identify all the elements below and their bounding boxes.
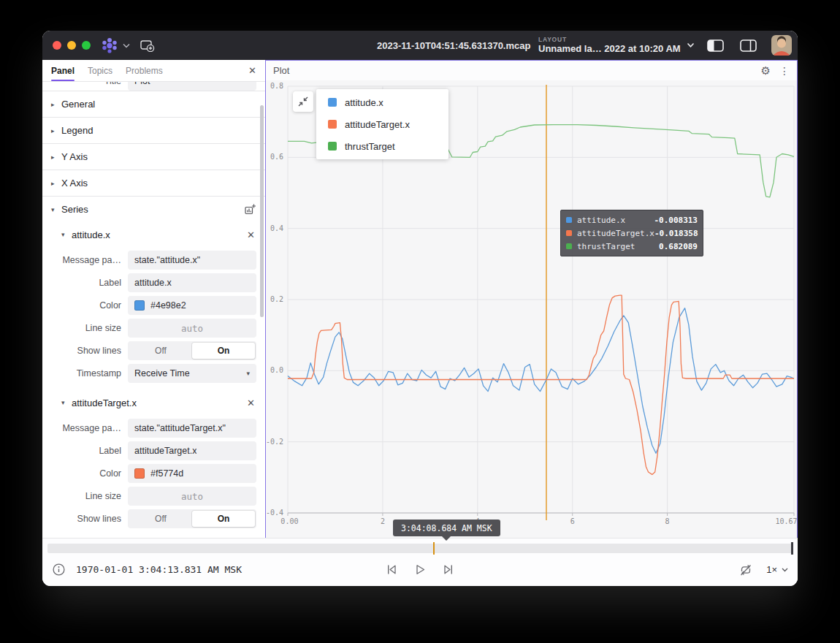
timestamp-select[interactable]: Receive Time ▾ [128,364,256,383]
chevron-down-icon [782,568,788,572]
legend-item[interactable]: attitude.x [316,91,448,113]
chevron-down-icon: ▾ [246,370,250,377]
section-x-axis[interactable]: ▸ X Axis [42,170,265,196]
show-lines-label: Show lines [42,514,128,524]
tooltip-row: attitudeTarget.x-0.018358 [566,227,698,240]
chevron-down-icon: ▾ [61,399,72,406]
tooltip-row: attitude.x-0.008313 [566,213,698,227]
sidebar-scrollbar[interactable] [260,105,264,317]
line-size-input[interactable]: auto [128,487,256,506]
play-button[interactable] [413,563,427,577]
chevron-right-icon: ▸ [51,101,61,108]
data-source-info-button[interactable] [52,563,66,577]
line-size-label: Line size [42,491,128,501]
chevron-right-icon: ▸ [51,127,61,134]
panel-settings-gear-icon[interactable]: ⚙ [761,64,771,77]
color-swatch[interactable] [134,300,145,311]
timestamp-label: Timestamp [42,368,128,378]
series-header-attitude-x[interactable]: ▾ attitude.x ✕ [42,222,265,247]
y-axis-labels: 0.80.60.40.20.0-0.2-0.4 [266,86,286,513]
hover-time-text: 3:04:08.684 AM MSK [401,523,492,533]
line-size-input[interactable]: auto [128,319,256,338]
hover-data-tooltip: attitude.x-0.008313attitudeTarget.x-0.01… [560,210,703,256]
add-panel-button[interactable] [140,39,155,52]
plot-panel-title: Plot [273,65,289,76]
series-header-attitude-target-x[interactable]: ▾ attitudeTarget.x ✕ [42,390,265,415]
close-window-button[interactable] [53,41,61,50]
panel-menu-kebab-icon[interactable]: ⋮ [779,65,790,77]
show-lines-off[interactable]: Off [129,511,192,527]
close-sidebar-icon[interactable]: ✕ [248,65,256,76]
label-input[interactable]: attitudeTarget.x [128,441,256,460]
tooltip-swatch [566,243,572,249]
legend-swatch [328,120,337,129]
color-label: Color [42,468,128,479]
chevron-down-icon [123,43,130,48]
app-menu-button[interactable] [101,37,130,53]
color-swatch[interactable] [134,468,145,479]
add-series-icon [244,203,256,216]
plot-panel[interactable]: Plot ⚙ ⋮ 0.80.60.40.20.0-0.2-0.4 0.00246… [265,60,798,539]
tooltip-swatch [566,217,572,223]
loop-off-icon [738,563,753,577]
legend-item[interactable]: attitudeTarget.x [316,113,448,135]
add-panel-icon [140,39,155,52]
color-input[interactable]: #f5774d [128,464,256,483]
add-series-button[interactable] [244,203,256,216]
seek-backward-button[interactable] [385,563,399,577]
layout-selector[interactable]: LAYOUT Unnamed la… 2022 at 10:20 AM [538,37,695,54]
plot-panel-header: Plot ⚙ ⋮ [266,61,797,80]
section-general[interactable]: ▸ General [42,91,265,117]
tab-topics[interactable]: Topics [88,60,112,81]
collapse-legend-button[interactable] [293,91,313,112]
loop-playback-button[interactable] [738,563,753,577]
line-size-label: Line size [42,323,128,333]
remove-series-icon[interactable]: ✕ [247,229,255,240]
plot-legend[interactable]: attitude.xattitudeTarget.xthrustTarget [316,89,448,159]
timeline-scrubber[interactable] [47,544,793,553]
section-y-axis[interactable]: ▸ Y Axis [42,143,265,170]
foxglove-logo-icon [101,37,120,53]
color-input[interactable]: #4e98e2 [128,296,256,315]
toggle-right-sidebar-button[interactable] [740,39,757,52]
show-lines-toggle: Off On [128,341,256,360]
x-axis-labels: 0.00246810.67 [288,517,794,528]
color-label: Color [42,300,128,311]
user-avatar[interactable] [771,35,792,56]
playback-speed-select[interactable]: 1× [766,564,788,575]
legend-series-name: thrustTarget [345,141,395,152]
sidebar-tabbar: Panel Topics Problems ✕ [42,60,265,82]
message-path-label: Message pa… [42,423,128,433]
playback-speed-value: 1× [766,564,777,575]
tab-panel[interactable]: Panel [51,60,75,81]
tooltip-swatch [566,230,572,236]
chart-area[interactable]: 0.80.60.40.20.0-0.2-0.4 0.00246810.67 at… [266,80,797,538]
section-legend[interactable]: ▸ Legend [42,117,265,143]
message-path-input[interactable]: state."attitude.x" [128,251,256,270]
maximize-window-button[interactable] [82,41,91,50]
seek-forward-button[interactable] [442,563,456,577]
show-lines-on[interactable]: On [192,511,255,527]
label-input[interactable]: attitude.x [128,273,256,292]
toggle-left-sidebar-button[interactable] [707,39,724,52]
minimize-window-button[interactable] [67,41,76,50]
play-icon [413,563,427,577]
titlebar: 2023-11-10T04:51:45.631370.mcap LAYOUT U… [42,31,798,60]
message-path-label: Message pa… [42,255,128,265]
section-series[interactable]: ▾ Series [42,196,265,222]
title-field-input[interactable]: Plot [128,82,256,91]
chevron-down-icon: ▾ [51,206,61,213]
remove-series-icon[interactable]: ✕ [247,397,255,408]
collapse-legend-icon [297,96,309,107]
show-lines-on[interactable]: On [192,343,255,359]
tab-problems[interactable]: Problems [126,60,163,81]
show-lines-off[interactable]: Off [129,343,192,359]
data-source-title[interactable]: 2023-11-10T04:51:45.631370.mcap [377,40,530,51]
panel-settings-sidebar: Panel Topics Problems ✕ Title Plot ▸ Gen… [42,60,265,539]
show-lines-toggle: Off On [128,509,256,528]
message-path-input[interactable]: state."attitudeTarget.x" [128,419,256,438]
label-label: Label [42,278,128,288]
right-sidebar-icon [740,39,757,52]
playback-bar: 1970-01-01 3:04:13.831 AM MSK [42,538,798,586]
legend-item[interactable]: thrustTarget [316,135,448,157]
